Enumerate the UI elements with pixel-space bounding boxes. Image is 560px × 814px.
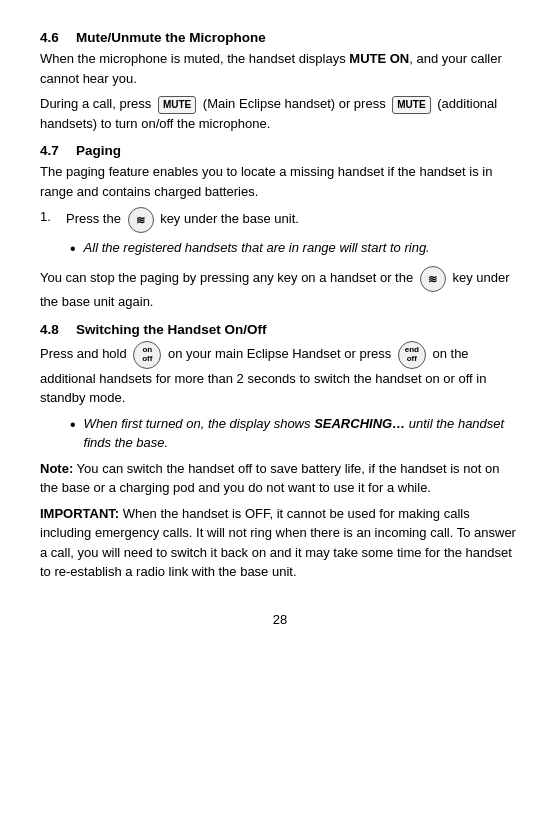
section-4-7: 4.7 Paging The paging feature enables yo… bbox=[40, 143, 520, 312]
section-4-7-title: Paging bbox=[76, 143, 121, 158]
section-4-6-number: 4.6 bbox=[40, 30, 68, 45]
page-number: 28 bbox=[40, 612, 520, 627]
paging-key-icon: ≋ bbox=[128, 207, 154, 233]
on-off-main-icon: onoff bbox=[133, 341, 161, 369]
on-off-additional-icon: endoff bbox=[398, 341, 426, 369]
section-4-8: 4.8 Switching the Handset On/Off Press a… bbox=[40, 322, 520, 582]
section-4-6-para1: When the microphone is muted, the handse… bbox=[40, 49, 520, 88]
section-4-7-bullet-1: • All the registered handsets that are i… bbox=[70, 238, 520, 260]
section-4-6: 4.6 Mute/Unmute the Microphone When the … bbox=[40, 30, 520, 133]
mute-additional-icon: MUTE bbox=[392, 96, 430, 114]
section-4-8-title: Switching the Handset On/Off bbox=[76, 322, 267, 337]
section-4-7-para2: You can stop the paging by pressing any … bbox=[40, 266, 520, 312]
section-4-6-title: Mute/Unmute the Microphone bbox=[76, 30, 266, 45]
mute-main-icon: MUTE bbox=[158, 96, 196, 114]
section-4-8-bullet-1: • When first turned on, the display show… bbox=[70, 414, 520, 453]
paging-key-icon-2: ≋ bbox=[420, 266, 446, 292]
section-4-8-number: 4.8 bbox=[40, 322, 68, 337]
section-4-8-important: IMPORTANT: When the handset is OFF, it c… bbox=[40, 504, 520, 582]
section-4-6-para2: During a call, press MUTE (Main Eclipse … bbox=[40, 94, 520, 133]
section-4-8-note: Note: You can switch the handset off to … bbox=[40, 459, 520, 498]
section-4-8-para1: Press and hold onoff on your main Eclips… bbox=[40, 341, 520, 408]
section-4-7-number: 4.7 bbox=[40, 143, 68, 158]
section-4-7-para1: The paging feature enables you to locate… bbox=[40, 162, 520, 201]
section-4-7-list-item-1: 1. Press the ≋ key under the base unit. bbox=[40, 207, 520, 233]
